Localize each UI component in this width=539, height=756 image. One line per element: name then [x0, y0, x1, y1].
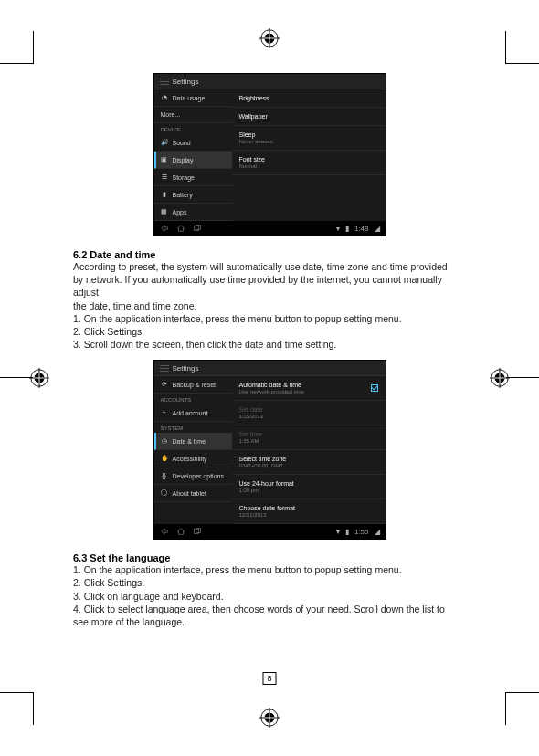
crop-mark — [0, 377, 33, 378]
crop-mark — [506, 692, 539, 693]
add-icon: + — [161, 409, 168, 416]
accessibility-icon: ✋ — [161, 455, 168, 462]
detail-sleep: SleepNever timeout — [232, 126, 386, 151]
sidebar-item-developer: {}Developer options — [154, 467, 232, 485]
sidebar-item-apps: ▦Apps — [154, 204, 232, 221]
wifi-icon: ▾ — [336, 528, 340, 536]
settings-detail: Brightness Wallpaper SleepNever timeout … — [232, 89, 386, 221]
sidebar-item-about: ⓘAbout tablet — [154, 485, 232, 502]
settings-sidebar: ◔Data usage More... DEVICE 🔊Sound ▣Displ… — [154, 89, 232, 221]
crop-mark — [505, 692, 506, 725]
info-icon: ⓘ — [161, 489, 168, 497]
sound-icon: 🔊 — [161, 139, 168, 146]
crop-mark — [506, 63, 539, 64]
back-icon — [160, 224, 169, 233]
registration-mark-icon — [29, 368, 49, 388]
signal-icon: ◢ — [375, 225, 380, 233]
detail-font-size: Font sizeNormal — [232, 151, 386, 175]
sidebar-item-backup: ⟳Backup & reset — [154, 376, 232, 394]
crop-mark — [33, 31, 34, 64]
detail-date-format: Choose date format12/31/2013 — [232, 499, 386, 524]
detail-set-time: Set time1:55 AM — [232, 425, 386, 450]
navbar: ▾ ▮ 1:48 ◢ — [154, 221, 386, 236]
sidebar-item-sound: 🔊Sound — [154, 134, 232, 152]
back-icon — [160, 527, 169, 536]
detail-auto-date: Automatic date & timeUse network-provide… — [232, 376, 386, 401]
checkbox-on-icon — [371, 384, 378, 392]
settings-title: Settings — [173, 78, 199, 86]
sidebar-item-accessibility: ✋Accessibility — [154, 450, 232, 467]
signal-icon: ◢ — [375, 528, 380, 536]
clock: 1:48 — [354, 225, 369, 233]
settings-title: Settings — [173, 364, 199, 373]
storage-icon: ☰ — [161, 173, 168, 181]
recent-icon — [193, 224, 202, 233]
data-usage-icon: ◔ — [161, 94, 168, 101]
navbar: ▾ ▮ 1:55 ◢ — [154, 524, 386, 539]
sidebar-item-battery: ▮Battery — [154, 186, 232, 204]
section-6-2-heading: 6.2 Date and time — [73, 249, 466, 260]
registration-mark-icon — [259, 28, 280, 48]
registration-mark-icon — [259, 708, 280, 728]
crop-mark — [0, 692, 33, 693]
detail-brightness: Brightness — [232, 89, 386, 108]
settings-icon — [160, 77, 169, 86]
sidebar-item-storage: ☰Storage — [154, 169, 232, 186]
sidebar-section-system: SYSTEM — [154, 422, 232, 433]
wifi-icon: ▾ — [336, 225, 340, 233]
screenshot-date-time-settings: Settings ⟳Backup & reset ACCOUNTS +Add a… — [153, 360, 386, 540]
registration-mark-icon — [490, 368, 510, 388]
settings-header: Settings — [154, 74, 386, 89]
battery-status-icon: ▮ — [345, 528, 349, 536]
sidebar-section-accounts: ACCOUNTS — [154, 394, 232, 404]
detail-wallpaper: Wallpaper — [232, 108, 386, 126]
sidebar-item-display: ▣Display — [154, 152, 232, 169]
detail-timezone: Select time zoneGMT+00:00, GMT — [232, 450, 386, 475]
display-icon: ▣ — [161, 156, 168, 163]
battery-status-icon: ▮ — [345, 225, 349, 233]
backup-icon: ⟳ — [161, 381, 168, 388]
settings-icon — [160, 363, 169, 373]
home-icon — [176, 224, 185, 233]
sidebar-item-date-time: ◷Date & time — [154, 433, 232, 450]
clock: 1:55 — [354, 528, 369, 536]
apps-icon: ▦ — [161, 208, 168, 215]
settings-detail: Automatic date & timeUse network-provide… — [232, 376, 386, 524]
sidebar-item-more: More... — [154, 107, 232, 123]
crop-mark — [505, 31, 506, 64]
sidebar-item-data-usage: ◔Data usage — [154, 89, 232, 107]
sidebar-section-device: DEVICE — [154, 123, 232, 134]
clock-icon: ◷ — [161, 437, 168, 445]
section-6-2-body: According to preset, the system will aut… — [73, 260, 466, 351]
developer-icon: {} — [161, 472, 168, 479]
page-content: Settings ◔Data usage More... DEVICE 🔊Sou… — [73, 73, 466, 628]
crop-mark — [506, 377, 539, 378]
detail-set-date: Set date1/15/2013 — [232, 401, 386, 425]
page-number: 8 — [262, 672, 276, 685]
home-icon — [176, 527, 185, 536]
crop-mark — [33, 692, 34, 725]
sidebar-item-add-account: +Add account — [154, 404, 232, 422]
section-6-3-body: 1. On the application interface, press t… — [73, 563, 466, 628]
settings-sidebar: ⟳Backup & reset ACCOUNTS +Add account SY… — [154, 376, 232, 524]
screenshot-display-settings: Settings ◔Data usage More... DEVICE 🔊Sou… — [153, 73, 386, 236]
detail-24h: Use 24-hour format1:00 pm — [232, 475, 386, 499]
recent-icon — [193, 527, 202, 536]
settings-header: Settings — [154, 361, 386, 376]
crop-mark — [0, 63, 33, 64]
section-6-3-heading: 6.3 Set the language — [73, 552, 466, 563]
battery-icon: ▮ — [161, 191, 168, 198]
